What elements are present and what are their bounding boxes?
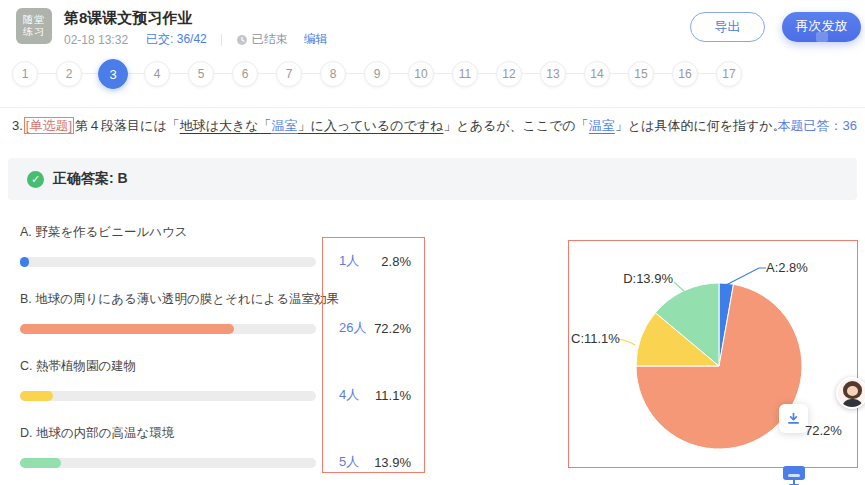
answer-percent: 13.9%: [374, 455, 411, 470]
question-nav-item-10[interactable]: 10: [408, 61, 434, 87]
stat-row-B: 26人72.2%: [323, 320, 424, 336]
question-text-part: 」とあるが、ここでの「: [443, 118, 588, 133]
option-bar-track: [20, 458, 316, 468]
step-connector: [390, 73, 408, 74]
section-divider: [0, 107, 865, 108]
pie-callout-label-C: C:11.1%: [571, 331, 620, 346]
stat-row-A: 1人2.8%: [323, 253, 424, 269]
question-nav-item-8[interactable]: 8: [320, 61, 346, 87]
option-bar-fill: [20, 257, 29, 267]
download-chart-button[interactable]: [779, 404, 808, 433]
question-number: 3.: [12, 118, 23, 133]
step-connector: [38, 73, 56, 74]
question-text: 第４段落目には「地球は大きな「温室」に入っているのですね」とあるが、ここでの「温…: [75, 118, 786, 133]
question-nav-item-16[interactable]: 16: [672, 61, 698, 87]
step-connector: [170, 73, 188, 74]
question-nav-item-11[interactable]: 11: [452, 61, 478, 87]
option-row-B: B. 地球の周りにある薄い透明の膜とそれによる温室効果: [20, 291, 316, 358]
option-bar-fill: [20, 391, 53, 401]
question-nav-item-1[interactable]: 1: [12, 61, 38, 87]
step-connector: [302, 73, 320, 74]
pie-callout-line-D: [674, 282, 685, 292]
question-nav-item-15[interactable]: 15: [628, 61, 654, 87]
step-connector: [654, 73, 672, 74]
step-connector: [126, 73, 144, 74]
answer-count: 26人: [339, 319, 366, 337]
option-label: A. 野菜を作るビニールハウス: [20, 224, 316, 241]
question-text-part: 第４段落目には「: [75, 118, 180, 133]
step-connector: [434, 73, 452, 74]
step-connector: [522, 73, 540, 74]
step-connector: [346, 73, 364, 74]
question-keyword-link[interactable]: 温室: [272, 118, 298, 133]
stats-annotation-box: [322, 237, 425, 473]
stat-row-C: 4人11.1%: [323, 387, 424, 403]
question-text-part: 」とは具体的に何を指すか。: [615, 118, 786, 133]
step-connector: [478, 73, 496, 74]
correct-answer-label: 正确答案: B: [53, 170, 128, 188]
question-nav-item-9[interactable]: 9: [364, 61, 390, 87]
correct-answer-panel: ✓ 正确答案: B: [8, 158, 857, 200]
option-row-C: C. 熱帯植物園の建物: [20, 358, 316, 425]
pie-callout-label-B: 72.2%: [805, 423, 842, 438]
answer-percent: 72.2%: [374, 321, 411, 336]
answer-count: 1人: [339, 252, 359, 270]
answered-count: 本题已答：36: [778, 117, 857, 135]
step-connector: [610, 73, 628, 74]
option-bar-fill: [20, 458, 61, 468]
question-nav-item-3[interactable]: 3: [98, 59, 128, 89]
screen-cast-icon[interactable]: [782, 466, 806, 485]
user-avatar[interactable]: [836, 377, 865, 409]
question-nav-item-5[interactable]: 5: [188, 61, 214, 87]
pie-callout-line-A: [726, 268, 766, 285]
pie-chart-panel: A:2.8%D:13.9%C:11.1%72.2%: [568, 240, 858, 468]
stat-row-D: 5人13.9%: [323, 454, 424, 470]
option-label: C. 熱帯植物園の建物: [20, 358, 316, 375]
question-row: 3.[单选题]第４段落目には「地球は大きな「温室」に入っているのですね」とあるが…: [12, 117, 786, 135]
step-connector: [258, 73, 276, 74]
question-nav-item-13[interactable]: 13: [540, 61, 566, 87]
option-bar-track: [20, 257, 316, 267]
answer-count: 4人: [339, 386, 359, 404]
question-nav: 1234567891011121314151617: [0, 0, 865, 100]
step-connector: [566, 73, 584, 74]
answer-percent: 2.8%: [381, 254, 411, 269]
question-nav-item-4[interactable]: 4: [144, 61, 170, 87]
option-bar-track: [20, 324, 316, 334]
avatar-body: [842, 399, 863, 409]
step-connector: [214, 73, 232, 74]
question-keyword-link[interactable]: 温室: [589, 118, 615, 133]
question-nav-item-17[interactable]: 17: [716, 61, 742, 87]
option-row-A: A. 野菜を作るビニールハウス: [20, 224, 316, 291]
question-type-tag: [单选题]: [24, 117, 74, 134]
question-quote: 」に入っているのですね: [298, 118, 444, 133]
option-label: D. 地球の内部の高温な環境: [20, 425, 316, 442]
option-bar-fill: [20, 324, 234, 334]
pie-callout-label-A: A:2.8%: [766, 260, 808, 275]
avatar-face: [847, 386, 858, 396]
answer-percent: 11.1%: [375, 388, 411, 403]
option-label: B. 地球の周りにある薄い透明の膜とそれによる温室効果: [20, 291, 316, 308]
question-nav-item-2[interactable]: 2: [56, 61, 82, 87]
question-quote: 地球は大きな「: [180, 118, 272, 133]
download-icon: [786, 411, 801, 426]
pie-callout-label-D: D:13.9%: [605, 271, 673, 286]
answer-count: 5人: [339, 453, 359, 471]
question-nav-item-6[interactable]: 6: [232, 61, 258, 87]
question-nav-item-14[interactable]: 14: [584, 61, 610, 87]
check-icon: ✓: [27, 171, 44, 188]
option-row-D: D. 地球の内部の高温な環境: [20, 425, 316, 485]
option-bar-track: [20, 391, 316, 401]
question-nav-item-7[interactable]: 7: [276, 61, 302, 87]
question-nav-item-12[interactable]: 12: [496, 61, 522, 87]
step-connector: [698, 73, 716, 74]
quiz-results-page: 随堂 练习 第8课课文预习作业 02-18 13:32 已交: 36/42 已结…: [0, 0, 865, 485]
